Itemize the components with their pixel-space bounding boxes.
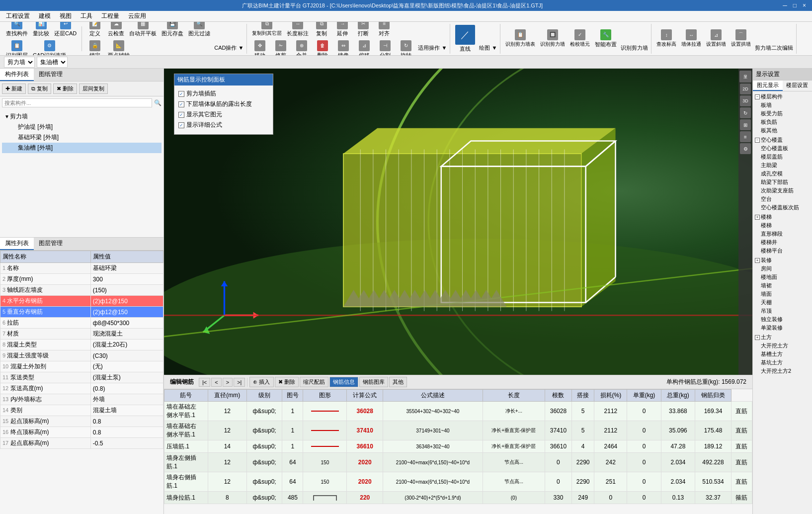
rebar-row-3[interactable]: 压墙筋.1 14 ф&sup0; 1 36610 36348+302~40 [164,440,752,453]
prop-row-1[interactable]: 1 名称 基础环梁 [0,263,163,274]
tab-drawing-mgmt[interactable]: 图纸管理 [34,69,68,81]
rebar-other-btn[interactable]: 其他 [389,377,407,387]
ds-item-banqiang[interactable]: 板墙 [754,101,811,109]
prop-row-11[interactable]: 11 泵送类型 (混凝土泵) [0,372,163,383]
delete-btn[interactable]: 🗑删除 [313,39,332,56]
search-input[interactable] [2,98,152,107]
rebar-delete-btn[interactable]: ✖ 删除 [275,377,299,387]
ds-item-hollow-sub[interactable]: 空心楼盖板次筋 [754,203,811,212]
mirror-btn[interactable]: ⇔镜像 [333,39,353,56]
prop-row-13[interactable]: 13 内/外墙标志 外墙 [0,394,163,405]
merge-btn[interactable]: ⊕合并 [292,39,312,56]
length-mark-btn[interactable]: ↔长度标注 [285,22,311,38]
ds-item-drop-ceiling[interactable]: 吊顶 [754,307,811,315]
element-type-select[interactable]: 剪力墙 [4,57,35,68]
tree-root-node[interactable]: ▼ 剪力墙 [2,111,162,122]
checkbox-3[interactable]: ✓ [178,112,184,118]
define-btn[interactable]: 📝定义 [85,22,105,38]
rotate-btn[interactable]: ↻旋转 [396,39,416,56]
identify-wall-table-btn[interactable]: 📋识别剪力墙表 [503,28,537,49]
ds-item-stairs[interactable]: 楼梯 [754,221,811,230]
ds-item-mainrib[interactable]: 主助梁 [754,161,811,170]
prop-row-7[interactable]: 7 材质 现浇混凝土 [0,329,163,340]
new-btn[interactable]: ✚ 新建 [2,84,26,94]
prop-row-5[interactable]: 5 垂直分布钢筋 (2)ф12@150 [0,307,163,318]
ds-item-floor-surface[interactable]: 楼地面 [754,273,811,281]
fp-option-3[interactable]: ✓ 显示其它图元 [178,109,269,120]
ds-item-trench[interactable]: 基槽土方 [754,350,811,358]
set-arch-wall-btn[interactable]: ⌒设置拱墙 [729,28,753,49]
prop-row-3[interactable]: 3 轴线距左墙皮 (150) [0,285,163,296]
ds-item-open-cut[interactable]: 大开挖土方 [754,342,811,350]
wall-pull-through-btn[interactable]: ↔墙体拉通 [679,28,703,49]
view-btn-2d[interactable]: 2D [740,84,751,94]
fp-option-4[interactable]: ✓ 显示详细公式 [178,120,269,130]
offset-btn[interactable]: ⊿偏移 [354,39,374,56]
smart-layout-btn[interactable]: 🔧智能布置 [593,28,619,49]
ds-item-ceiling[interactable]: 天棚 [754,298,811,307]
ds-item-banother[interactable]: 板其他 [754,126,811,135]
prop-row-4[interactable]: 4 水平分布钢筋 (2)ф12@150 [0,296,163,307]
ds-section-earthwork-hdr[interactable]: ＋ 土方 [754,333,811,342]
prop-row-16[interactable]: 16 终点顶标高(m) 0.8 [0,427,163,438]
ds-item-hollow-gai[interactable]: 楼层盖筋 [754,153,811,161]
rebar-nav-next[interactable]: > [223,378,233,387]
view-btn-display[interactable]: 显 [739,71,751,83]
rebar-nav-first[interactable]: |< [199,378,210,387]
ds-section-floor-hdr[interactable]: － 楼层构件 [754,92,811,101]
ds-item-hollow-board[interactable]: 空心楼盖板 [754,144,811,153]
view-btn-settings[interactable]: ⚙ [740,143,751,154]
view-btn-3d[interactable]: 3D [740,95,751,106]
maximize-button[interactable]: □ [791,2,799,9]
ds-item-sub-rib-seat[interactable]: 次助梁支座筋 [754,186,811,195]
back-cad-btn[interactable]: ↩还层CAD [52,22,79,38]
prop-row-2[interactable]: 2 厚度(mm) 300 [0,274,163,285]
prop-row-6[interactable]: 6 拉筋 ф8@450*300 [0,318,163,329]
align-btn[interactable]: ≡对齐 [374,22,394,38]
checkbox-1[interactable]: ✓ [178,91,184,97]
ds-section-stairs-hdr[interactable]: ＋ 楼梯 [754,213,811,221]
checkbox-4[interactable]: ✓ [178,122,184,128]
prop-row-8[interactable]: 8 混凝土类型 (混凝土20石) [0,340,163,350]
modify-ops-label[interactable]: 适用操作 ▼ [417,43,448,53]
ds-item-beam-dec[interactable]: 单梁装修 [754,324,811,332]
menu-gongcheng[interactable]: 工程设置 [2,11,34,21]
tab-component-list[interactable]: 构件列表 [0,69,34,81]
ds-item-room[interactable]: 房间 [754,264,811,273]
tree-node-jichu[interactable]: 基础环梁 [外墙] [2,132,162,143]
ds-section-hollow-hdr[interactable]: － 空心楼盖 [754,136,811,144]
cad-options-btn[interactable]: ⚙CAD识别选项 [31,39,68,56]
ds-section-decoration-hdr[interactable]: ＋ 装修 [754,256,811,264]
find-element-btn[interactable]: 🔍查找构件 [4,22,30,38]
auto-floor-btn[interactable]: ▦自动开平板 [127,22,159,38]
menu-jianmo[interactable]: 建模 [35,11,55,21]
prop-row-14[interactable]: 14 类别 混凝土墙 [0,405,163,416]
ds-item-rib-bottom[interactable]: 助梁下部筋 [754,178,811,186]
prop-row-12[interactable]: 12 泵送高度(m) (0.8) [0,383,163,394]
rebar-nav-last[interactable]: >| [234,378,245,387]
delete-tree-btn[interactable]: ✖ 删除 [53,84,77,94]
fp-option-2[interactable]: ✓ 下层墙体纵筋的露出长度 [178,99,269,109]
prop-row-9[interactable]: 9 混凝土强度等级 (C30) [0,350,163,361]
view-btn-grid[interactable]: ⊞ [740,119,751,130]
ds-item-stair-landing[interactable]: 楼梯平台 [754,247,811,255]
check-elevation-btn[interactable]: ↕查改标高 [654,28,678,49]
menu-shitu[interactable]: 视图 [56,11,76,21]
save-elem-btn[interactable]: 💾图元存盘 [160,22,185,38]
rebar-row-6[interactable]: 墙身拉筋.1 8 ф&sup0; 485 [164,492,752,504]
3d-viewport[interactable]: 1 1 [164,69,752,375]
trim-btn[interactable]: ✁修剪 [271,39,291,56]
rebar-row-2[interactable]: 墙在基础右侧水平筋.1 12 ф&sup0; 1 37410 37149+301… [164,421,752,440]
split-btn[interactable]: ⊣分割 [375,39,395,56]
extend-btn[interactable]: →延伸 [332,22,352,38]
draw-label[interactable]: 绘图 ▼ [478,43,498,53]
minimize-button[interactable]: ─ [781,2,789,9]
cad-ops-label[interactable]: CAD操作 ▼ [213,43,244,53]
tree-node-hudidi[interactable]: 护油堤 [外墙] [2,122,162,132]
tab-floor-settings[interactable]: 楼层设置 [783,81,812,91]
close-button[interactable]: × [801,2,808,9]
menu-gongju[interactable]: 工具 [77,11,96,21]
cloud-check-btn[interactable]: ☁云检查 [106,22,126,38]
rebar-row-5[interactable]: 墙身右侧插筋.1 12 ф&sup0; 64 150 2020 2100~40+… [164,472,752,492]
checkbox-2[interactable]: ✓ [178,101,184,107]
